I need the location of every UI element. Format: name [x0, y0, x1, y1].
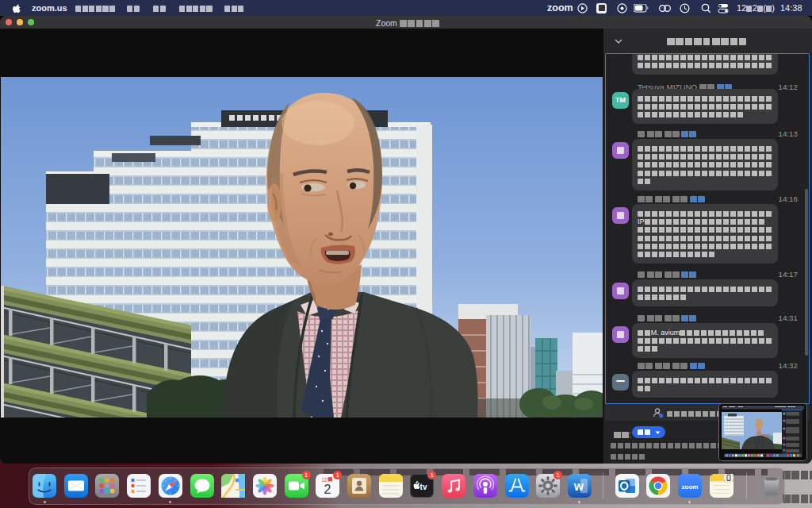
svg-text:tv: tv [420, 483, 427, 491]
svg-text:2: 2 [324, 483, 331, 496]
svg-text:12: 12 [322, 477, 328, 483]
svg-text:W: W [574, 481, 584, 493]
svg-text:zoom: zoom [681, 483, 698, 491]
